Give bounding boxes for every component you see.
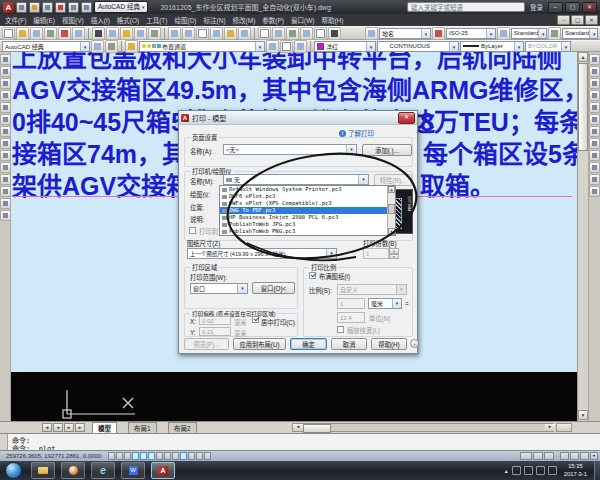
scroll-up-icon[interactable]: ▲ (578, 52, 588, 62)
toolbar-icon[interactable] (58, 27, 71, 40)
scale-select[interactable]: 自定义 ▾ (337, 284, 407, 295)
toolbar-icon[interactable] (300, 27, 313, 40)
toolbar-icon[interactable] (44, 27, 57, 40)
plot-area-select[interactable]: 窗口 ▾ (190, 283, 248, 294)
text-style-icon[interactable] (365, 27, 378, 40)
toolbar-icon[interactable] (258, 27, 271, 40)
chevron-down-icon[interactable]: ▾ (449, 42, 458, 51)
quickview-drawings-button[interactable] (544, 452, 554, 460)
restore-button[interactable]: ▢ (565, 2, 580, 13)
tray-icon[interactable] (536, 466, 545, 475)
ducs-toggle[interactable] (164, 452, 171, 460)
chevron-down-icon[interactable]: ▾ (538, 29, 547, 38)
toolbar-icon[interactable] (294, 40, 307, 53)
osnap3d-toggle[interactable] (148, 452, 155, 460)
toolbar-icon[interactable] (92, 27, 105, 40)
ortho-toggle[interactable] (124, 452, 131, 460)
chevron-down-icon[interactable]: ▾ (237, 284, 247, 293)
text-style-select[interactable]: 地名 ▾ (379, 28, 431, 39)
toolbar-icon[interactable] (0, 186, 11, 197)
workspace-switch-button[interactable] (580, 452, 589, 460)
otrack-toggle[interactable] (156, 452, 163, 460)
model-paper-button[interactable] (520, 452, 532, 460)
tab-layout1[interactable]: 布局1 (128, 422, 157, 433)
toolbar-icon[interactable] (72, 27, 85, 40)
toolbar-icon[interactable] (589, 126, 600, 137)
toolbar-icon[interactable] (280, 40, 293, 53)
menu-insert[interactable]: 插入(I) (91, 15, 110, 25)
scroll-left-icon[interactable]: ◄ (293, 424, 303, 431)
tab-nav-prev-icon[interactable]: ◄ (53, 423, 63, 432)
toolbar-icon[interactable] (0, 138, 11, 149)
qat-plot-icon[interactable] (55, 2, 66, 13)
annotation-scale-button[interactable] (560, 452, 569, 460)
polar-toggle[interactable] (132, 452, 139, 460)
tray-icon[interactable] (548, 466, 557, 475)
toolbar-icon[interactable] (589, 54, 600, 65)
toolbar-icon[interactable] (16, 27, 29, 40)
tab-nav-last-icon[interactable]: ► (75, 423, 85, 432)
scale-lineweights-checkbox[interactable] (337, 326, 344, 333)
tab-nav-next-icon[interactable]: ► (64, 423, 74, 432)
center-plot-checkbox[interactable] (252, 316, 259, 323)
toolbar-icon[interactable] (328, 27, 341, 40)
toolbar-icon[interactable] (224, 27, 237, 40)
workspace-switcher[interactable]: AutoCAD 经典 ▾ (94, 1, 148, 13)
scrollbar-thumb[interactable] (303, 424, 331, 433)
osnap-toggle[interactable] (140, 452, 147, 460)
dim-style-select[interactable]: ISO-25 ▾ (446, 28, 496, 39)
status-menu-icon[interactable]: ▾ (590, 452, 598, 460)
pane-splitter-button[interactable] (556, 423, 572, 432)
annotation-visibility-button[interactable] (570, 452, 579, 460)
chevron-down-icon[interactable]: ▾ (589, 29, 598, 38)
signin-link[interactable]: 登录 (530, 2, 543, 12)
mleader-style-select[interactable]: Standard ▾ (562, 28, 598, 39)
transparency-toggle[interactable] (188, 452, 195, 460)
toolbar-icon[interactable] (314, 27, 327, 40)
chevron-down-icon[interactable]: ▾ (561, 42, 570, 51)
more-options-icon[interactable]: › (410, 339, 419, 348)
toolbar-icon[interactable] (272, 27, 285, 40)
color-select[interactable]: 洋红 ▾ (314, 41, 376, 52)
toolbar-icon[interactable] (168, 27, 181, 40)
toolbar-icon[interactable] (148, 27, 161, 40)
doc-minimize-button[interactable]: − (557, 15, 570, 25)
toolbar-icon[interactable] (0, 102, 11, 113)
printer-name-select[interactable]: 无 ▾ (223, 174, 369, 185)
fit-to-paper-checkbox[interactable] (309, 272, 316, 279)
toolbar-icon[interactable] (286, 27, 299, 40)
chevron-down-icon[interactable]: ▾ (346, 145, 356, 154)
plot-to-file-checkbox[interactable] (189, 227, 196, 234)
toolbar-icon[interactable] (0, 54, 11, 65)
menu-window[interactable]: 窗口(W) (291, 15, 314, 25)
list-scrollbar[interactable]: ▲ ▼ (387, 186, 395, 235)
toolbar-icon[interactable] (0, 126, 11, 137)
menu-format[interactable]: 格式(O) (117, 15, 139, 25)
toolbar-icon[interactable] (0, 210, 11, 221)
toolbar-icon[interactable] (266, 40, 279, 53)
tray-expand-icon[interactable]: ▲ (504, 468, 509, 474)
toolbar-icon[interactable] (589, 138, 600, 149)
chevron-down-icon[interactable]: ▾ (80, 42, 89, 51)
page-setup-name-select[interactable]: <无> ▾ (223, 144, 357, 155)
doc-close-button[interactable]: ✕ (585, 15, 598, 25)
layer-on-icon[interactable] (142, 44, 146, 48)
chevron-down-icon[interactable]: ▾ (396, 285, 406, 294)
chevron-down-icon[interactable]: ▾ (358, 175, 368, 184)
toolbar-icon[interactable] (0, 78, 11, 89)
toolbar-icon[interactable] (589, 90, 600, 101)
tray-icon[interactable] (512, 466, 521, 475)
printer-list-item[interactable]: Default Windows System Printer.pc3 (220, 186, 395, 193)
chevron-down-icon[interactable]: ▾ (421, 29, 430, 38)
menu-parametric[interactable]: 参数(P) (262, 15, 284, 25)
selectioncycling-toggle[interactable] (204, 452, 211, 460)
close-button[interactable]: ✕ (582, 2, 597, 13)
qat-save-icon[interactable] (42, 2, 53, 13)
taskbar-ie-button[interactable]: e (91, 462, 115, 479)
toolbar-icon[interactable] (106, 27, 119, 40)
toolbar-icon[interactable] (0, 90, 11, 101)
chevron-down-icon[interactable]: ▾ (366, 42, 375, 51)
layer-freeze-icon[interactable] (147, 44, 151, 48)
toolbar-icon[interactable] (589, 66, 600, 77)
apply-to-layout-button[interactable]: 应用到布局(U) (233, 338, 286, 350)
